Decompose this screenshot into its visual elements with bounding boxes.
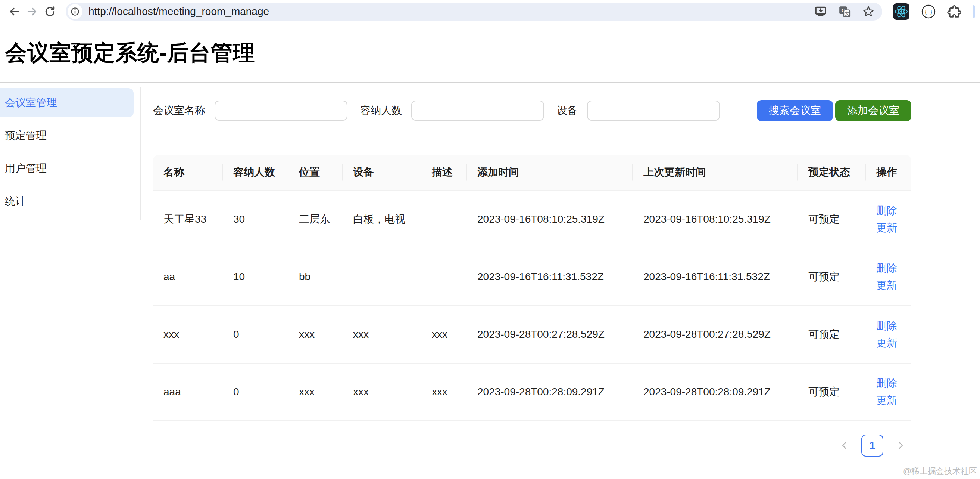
main-content: 会议室名称 容纳人数 设备 搜索会议室 添加会议室 (142, 83, 980, 457)
field-room-name: 会议室名称 (153, 101, 347, 121)
update-link[interactable]: 更新 (876, 277, 901, 294)
reload-icon[interactable] (41, 3, 59, 21)
sidebar-item-4[interactable]: 统计 (0, 187, 134, 216)
column-header-name: 名称 (153, 155, 223, 191)
table-row: aaa0xxxxxxxxx2023-09-28T00:28:09.291Z202… (153, 364, 912, 421)
update-link[interactable]: 更新 (876, 334, 901, 351)
watermark: @稀土掘金技术社区 (903, 466, 977, 477)
equipment-input[interactable] (587, 101, 720, 121)
column-header-description: 描述 (422, 155, 467, 191)
cell-description (422, 249, 467, 306)
cell-location: bb (288, 249, 343, 306)
cell-name: aaa (153, 364, 223, 421)
cell-name: aa (153, 249, 223, 306)
cell-capacity: 30 (223, 191, 288, 249)
capacity-input[interactable] (411, 101, 544, 121)
delete-link[interactable]: 删除 (876, 317, 901, 334)
profile-edge-bar (972, 5, 975, 18)
cell-description: xxx (422, 364, 467, 421)
column-header-updated-at: 上次更新时间 (633, 155, 798, 191)
add-room-button[interactable]: 添加会议室 (835, 100, 912, 121)
cell-updated-at: 2023-09-16T16:11:31.532Z (633, 249, 798, 306)
cell-name: xxx (153, 306, 223, 364)
react-devtools-icon[interactable] (892, 3, 910, 20)
cell-updated-at: 2023-09-16T08:10:25.319Z (633, 191, 798, 249)
cell-created-at: 2023-09-28T00:28:09.291Z (467, 364, 633, 421)
prev-page-icon[interactable] (833, 434, 855, 457)
cell-status: 可预定 (798, 249, 866, 306)
cell-capacity: 10 (223, 249, 288, 306)
equipment-label: 设备 (557, 104, 578, 118)
cell-created-at: 2023-09-16T08:10:25.319Z (467, 191, 633, 249)
site-info-icon[interactable] (68, 4, 83, 19)
column-header-capacity: 容纳人数 (223, 155, 288, 191)
table-row: 天王星3330三层东白板，电视2023-09-16T08:10:25.319Z2… (153, 191, 912, 249)
pagination: 1 (153, 434, 912, 457)
column-header-equipment: 设备 (343, 155, 422, 191)
cell-description: xxx (422, 306, 467, 364)
sidebar-item-2[interactable]: 预定管理 (0, 121, 134, 150)
sidebar-item-3[interactable]: 用户管理 (0, 154, 134, 183)
install-app-icon[interactable] (814, 5, 827, 18)
cell-capacity: 0 (223, 306, 288, 364)
translate-icon[interactable]: G文 (838, 5, 851, 18)
table-row: xxx0xxxxxxxxx2023-09-28T00:27:28.529Z202… (153, 306, 912, 364)
extensions-puzzle-icon[interactable] (947, 5, 961, 19)
table-row: aa10bb2023-09-16T16:11:31.532Z2023-09-16… (153, 249, 912, 306)
address-bar[interactable]: http://localhost/meeting_room_manage G文 (66, 3, 882, 21)
field-capacity: 容纳人数 (360, 101, 544, 121)
cell-updated-at: 2023-09-28T00:28:09.291Z (633, 364, 798, 421)
cell-status: 可预定 (798, 364, 866, 421)
cell-created-at: 2023-09-16T16:11:31.532Z (467, 249, 633, 306)
sidebar: 会议室管理预定管理用户管理统计 (0, 83, 142, 220)
json-viewer-icon[interactable]: {...} (921, 4, 936, 19)
cell-equipment: xxx (343, 364, 422, 421)
cell-status: 可预定 (798, 191, 866, 249)
cell-location: 三层东 (288, 191, 343, 249)
cell-actions: 删除更新 (866, 306, 912, 364)
bookmark-star-icon[interactable] (862, 5, 875, 18)
cell-name: 天王星33 (153, 191, 223, 249)
cell-equipment: 白板，电视 (343, 191, 422, 249)
page-title: 会议室预定系统-后台管理 (5, 40, 980, 65)
cell-location: xxx (288, 306, 343, 364)
forward-icon[interactable] (23, 3, 41, 21)
cell-actions: 删除更新 (866, 191, 912, 249)
field-equipment: 设备 (557, 101, 720, 121)
room-name-input[interactable] (215, 101, 347, 121)
cell-actions: 删除更新 (866, 364, 912, 421)
browser-toolbar: http://localhost/meeting_room_manage G文 … (0, 0, 980, 23)
url-text[interactable]: http://localhost/meeting_room_manage (88, 6, 814, 18)
cell-updated-at: 2023-09-28T00:27:28.529Z (633, 306, 798, 364)
delete-link[interactable]: 删除 (876, 202, 901, 219)
next-page-icon[interactable] (889, 434, 912, 457)
delete-link[interactable]: 删除 (876, 375, 901, 392)
cell-location: xxx (288, 364, 343, 421)
cell-created-at: 2023-09-28T00:27:28.529Z (467, 306, 633, 364)
cell-actions: 删除更新 (866, 249, 912, 306)
svg-text:文: 文 (845, 11, 850, 16)
column-header-location: 位置 (288, 155, 343, 191)
column-header-status: 预定状态 (798, 155, 866, 191)
back-icon[interactable] (5, 3, 23, 21)
search-room-button[interactable]: 搜索会议室 (757, 100, 833, 121)
update-link[interactable]: 更新 (876, 219, 901, 236)
page-1-button[interactable]: 1 (861, 434, 883, 457)
room-name-label: 会议室名称 (153, 104, 205, 118)
cell-description (422, 191, 467, 249)
sidebar-item-1[interactable]: 会议室管理 (0, 88, 134, 117)
column-header-created-at: 添加时间 (467, 155, 633, 191)
update-link[interactable]: 更新 (876, 392, 901, 409)
svg-text:{...}: {...} (925, 9, 932, 14)
rooms-table: 名称容纳人数位置设备描述添加时间上次更新时间预定状态操作 天王星3330三层东白… (153, 155, 912, 421)
column-header-actions: 操作 (866, 155, 912, 191)
search-form: 会议室名称 容纳人数 设备 搜索会议室 添加会议室 (153, 100, 912, 121)
cell-equipment (343, 249, 422, 306)
cell-capacity: 0 (223, 364, 288, 421)
delete-link[interactable]: 删除 (876, 260, 901, 277)
cell-status: 可预定 (798, 306, 866, 364)
table-header-row: 名称容纳人数位置设备描述添加时间上次更新时间预定状态操作 (153, 155, 912, 191)
capacity-label: 容纳人数 (360, 104, 402, 118)
cell-equipment: xxx (343, 306, 422, 364)
